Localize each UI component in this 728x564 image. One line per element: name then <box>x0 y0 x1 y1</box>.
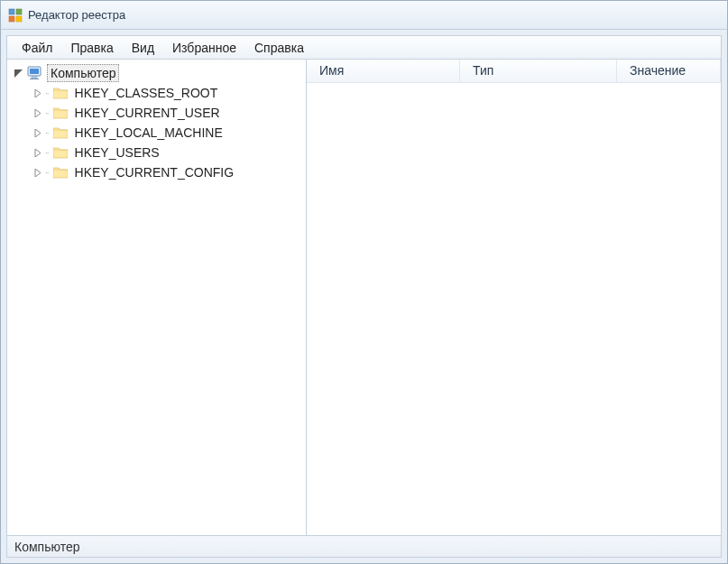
tree-connector: ·· <box>45 168 49 178</box>
expander-closed-icon[interactable] <box>32 167 43 178</box>
menu-help[interactable]: Справка <box>245 39 313 57</box>
regedit-icon <box>8 8 23 23</box>
menubar: Файл Правка Вид Избранное Справка <box>7 36 721 60</box>
tree-pane[interactable]: Компьютер ·· HKEY_CLASSES_ROOT ·· <box>7 60 307 535</box>
svg-rect-3 <box>16 16 22 22</box>
folder-icon <box>52 125 69 141</box>
window-title: Редактор реестра <box>28 8 125 22</box>
svg-rect-0 <box>9 9 14 14</box>
tree-hive-label[interactable]: HKEY_CLASSES_ROOT <box>72 85 221 101</box>
folder-icon <box>52 85 69 101</box>
list-body[interactable] <box>307 83 721 535</box>
menu-file[interactable]: Файл <box>13 39 61 57</box>
tree-hive-label[interactable]: HKEY_CURRENT_USER <box>72 105 223 121</box>
tree-connector: ·· <box>45 128 49 138</box>
tree-hive-label[interactable]: HKEY_CURRENT_CONFIG <box>72 164 237 180</box>
menu-favorites[interactable]: Избранное <box>163 39 245 57</box>
svg-rect-7 <box>30 79 39 79</box>
tree-hive-row[interactable]: ·· HKEY_CLASSES_ROOT <box>7 83 306 103</box>
tree-connector: ·· <box>45 108 49 118</box>
tree-connector: ·· <box>45 88 49 98</box>
tree-hive-row[interactable]: ·· HKEY_USERS <box>7 143 306 162</box>
tree-root-label[interactable]: Компьютер <box>47 64 119 82</box>
menu-view[interactable]: Вид <box>123 39 163 57</box>
column-header-name[interactable]: Имя <box>307 60 460 82</box>
panes: Компьютер ·· HKEY_CLASSES_ROOT ·· <box>7 60 721 535</box>
expander-closed-icon[interactable] <box>32 147 43 158</box>
tree-hive-row[interactable]: ·· HKEY_CURRENT_CONFIG <box>7 162 306 182</box>
tree-hive-label[interactable]: HKEY_LOCAL_MACHINE <box>72 125 226 141</box>
svg-rect-5 <box>30 69 39 74</box>
svg-rect-6 <box>32 77 37 79</box>
folder-icon <box>52 164 69 180</box>
list-header: Имя Тип Значение <box>307 60 721 83</box>
tree-root-row[interactable]: Компьютер <box>7 63 306 83</box>
tree-hive-row[interactable]: ·· HKEY_LOCAL_MACHINE <box>7 123 306 143</box>
folder-icon <box>52 144 69 161</box>
column-header-value[interactable]: Значение <box>617 60 721 82</box>
tree-hive-row[interactable]: ·· HKEY_CURRENT_USER <box>7 103 306 123</box>
status-path: Компьютер <box>14 540 79 554</box>
folder-icon <box>52 105 69 121</box>
expander-closed-icon[interactable] <box>32 107 43 118</box>
titlebar: Редактор реестра <box>1 1 727 30</box>
content-wrap: Файл Правка Вид Избранное Справка <box>6 35 722 558</box>
statusbar: Компьютер <box>7 535 721 557</box>
svg-rect-2 <box>9 16 14 22</box>
tree-hive-label[interactable]: HKEY_USERS <box>72 144 162 161</box>
list-pane: Имя Тип Значение <box>307 60 721 535</box>
expander-open-icon[interactable] <box>13 68 23 79</box>
expander-closed-icon[interactable] <box>32 88 43 98</box>
tree-connector: ·· <box>45 148 49 158</box>
menu-edit[interactable]: Правка <box>61 39 122 57</box>
expander-closed-icon[interactable] <box>32 127 43 138</box>
computer-icon <box>27 65 43 81</box>
column-header-type[interactable]: Тип <box>460 60 617 82</box>
svg-rect-1 <box>16 9 22 14</box>
